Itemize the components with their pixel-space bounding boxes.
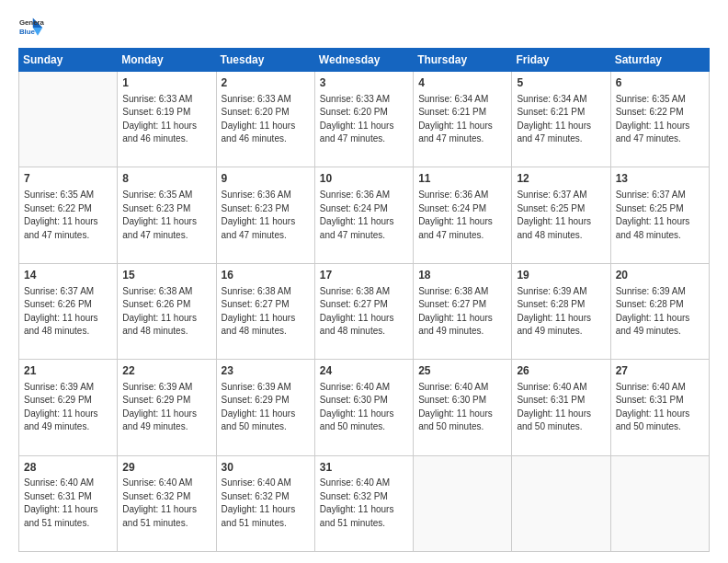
weekday-header-thursday: Thursday (414, 49, 512, 72)
day-info-line: Sunset: 6:20 PM (320, 107, 388, 117)
logo-icon: General Blue (18, 15, 44, 40)
day-info-line: Sunset: 6:27 PM (418, 299, 486, 309)
day-info-line: Daylight: 11 hours (418, 216, 493, 226)
day-info-line: Sunset: 6:21 PM (418, 107, 486, 117)
day-info-line: Daylight: 11 hours (122, 121, 197, 131)
calendar-cell: 8Sunrise: 6:35 AMSunset: 6:23 PMDaylight… (118, 167, 216, 263)
day-info-line: Sunrise: 6:39 AM (24, 382, 94, 392)
day-info-line: and 48 minutes. (320, 326, 385, 336)
calendar-cell: 19Sunrise: 6:39 AMSunset: 6:28 PMDayligh… (512, 263, 610, 359)
day-info: Sunrise: 6:38 AMSunset: 6:27 PMDaylight:… (222, 285, 310, 339)
day-number: 19 (517, 268, 605, 283)
day-info-line: Sunset: 6:31 PM (517, 395, 585, 405)
day-info-line: Sunset: 6:25 PM (517, 203, 585, 213)
calendar-cell: 12Sunrise: 6:37 AMSunset: 6:25 PMDayligh… (512, 167, 610, 263)
day-info-line: Sunrise: 6:37 AM (517, 190, 586, 200)
day-info-line: Sunrise: 6:34 AM (517, 94, 586, 104)
calendar-cell (19, 72, 118, 167)
day-number: 21 (24, 363, 112, 379)
day-info-line: Sunrise: 6:39 AM (517, 286, 586, 296)
day-info: Sunrise: 6:37 AMSunset: 6:25 PMDaylight:… (616, 189, 704, 242)
day-info: Sunrise: 6:40 AMSunset: 6:31 PMDaylight:… (616, 381, 704, 434)
day-info-line: and 50 minutes. (320, 421, 385, 431)
calendar-cell: 10Sunrise: 6:36 AMSunset: 6:24 PMDayligh… (314, 167, 413, 263)
calendar-cell: 5Sunrise: 6:34 AMSunset: 6:21 PMDaylight… (512, 72, 610, 167)
calendar-cell: 17Sunrise: 6:38 AMSunset: 6:27 PMDayligh… (314, 263, 413, 359)
day-number: 4 (418, 75, 506, 91)
day-info-line: Sunrise: 6:37 AM (24, 286, 94, 296)
day-info: Sunrise: 6:40 AMSunset: 6:31 PMDaylight:… (517, 381, 605, 434)
day-info-line: Daylight: 11 hours (24, 313, 98, 323)
calendar-cell: 29Sunrise: 6:40 AMSunset: 6:32 PMDayligh… (118, 455, 216, 551)
day-info-line: Sunrise: 6:40 AM (24, 477, 94, 488)
calendar-cell: 26Sunrise: 6:40 AMSunset: 6:31 PMDayligh… (512, 360, 610, 455)
day-number: 14 (24, 268, 112, 283)
day-info-line: Daylight: 11 hours (24, 408, 98, 419)
calendar-cell (414, 455, 512, 551)
day-info-line: Sunrise: 6:39 AM (122, 382, 192, 392)
day-info: Sunrise: 6:36 AMSunset: 6:24 PMDaylight:… (320, 189, 408, 242)
day-info-line: Sunrise: 6:35 AM (616, 94, 686, 104)
day-info-line: Daylight: 11 hours (418, 313, 493, 323)
day-info-line: and 48 minutes. (222, 326, 287, 336)
day-info: Sunrise: 6:34 AMSunset: 6:21 PMDaylight:… (517, 93, 605, 146)
calendar-cell: 21Sunrise: 6:39 AMSunset: 6:29 PMDayligh… (19, 360, 118, 455)
day-number: 9 (222, 171, 310, 187)
day-info: Sunrise: 6:35 AMSunset: 6:23 PMDaylight:… (122, 189, 210, 242)
day-number: 17 (320, 268, 408, 283)
day-number: 3 (320, 75, 408, 91)
weekday-header-friday: Friday (512, 49, 610, 72)
day-info-line: and 48 minutes. (24, 326, 89, 336)
day-info-line: Daylight: 11 hours (616, 121, 690, 131)
day-info-line: and 50 minutes. (616, 421, 681, 431)
day-info-line: and 51 minutes. (24, 518, 89, 528)
day-info-line: Daylight: 11 hours (320, 216, 394, 226)
day-info: Sunrise: 6:40 AMSunset: 6:32 PMDaylight:… (222, 477, 310, 530)
day-info: Sunrise: 6:33 AMSunset: 6:19 PMDaylight:… (122, 93, 210, 146)
day-info-line: Sunrise: 6:38 AM (122, 286, 192, 296)
weekday-header-tuesday: Tuesday (216, 49, 314, 72)
day-info-line: Sunrise: 6:36 AM (222, 190, 291, 200)
calendar-cell: 20Sunrise: 6:39 AMSunset: 6:28 PMDayligh… (610, 263, 709, 359)
calendar-cell: 28Sunrise: 6:40 AMSunset: 6:31 PMDayligh… (19, 455, 118, 551)
day-number: 5 (517, 75, 605, 91)
day-info: Sunrise: 6:38 AMSunset: 6:27 PMDaylight:… (320, 285, 408, 339)
day-info-line: Daylight: 11 hours (517, 313, 591, 323)
day-info-line: Sunrise: 6:40 AM (320, 477, 390, 488)
day-info-line: Sunset: 6:30 PM (418, 395, 486, 405)
day-number: 16 (222, 268, 310, 283)
day-info-line: Sunrise: 6:40 AM (222, 477, 291, 488)
day-info-line: and 48 minutes. (122, 326, 188, 336)
day-info-line: Sunrise: 6:40 AM (320, 382, 390, 392)
day-info-line: and 49 minutes. (122, 421, 188, 431)
day-info-line: Sunrise: 6:36 AM (320, 190, 390, 200)
day-number: 22 (122, 363, 210, 379)
day-info-line: Daylight: 11 hours (222, 216, 296, 226)
day-number: 27 (616, 363, 704, 379)
day-info-line: Daylight: 11 hours (222, 408, 296, 419)
day-number: 23 (222, 363, 310, 379)
week-row-1: 1Sunrise: 6:33 AMSunset: 6:19 PMDaylight… (19, 72, 710, 167)
weekday-header-sunday: Sunday (19, 49, 118, 72)
calendar-cell: 24Sunrise: 6:40 AMSunset: 6:30 PMDayligh… (314, 360, 413, 455)
day-info-line: Sunset: 6:21 PM (517, 107, 585, 117)
day-info: Sunrise: 6:37 AMSunset: 6:25 PMDaylight:… (517, 189, 605, 242)
day-info-line: Sunset: 6:27 PM (222, 299, 290, 309)
day-info-line: and 47 minutes. (616, 133, 681, 144)
day-info-line: Sunset: 6:30 PM (320, 395, 388, 405)
header: General Blue (18, 15, 710, 40)
calendar-cell: 27Sunrise: 6:40 AMSunset: 6:31 PMDayligh… (610, 360, 709, 455)
day-info-line: Sunrise: 6:33 AM (320, 94, 390, 104)
day-info-line: Daylight: 11 hours (222, 504, 296, 514)
day-info-line: and 47 minutes. (418, 230, 483, 240)
day-info-line: Daylight: 11 hours (418, 408, 493, 419)
day-number: 24 (320, 363, 408, 379)
day-number: 26 (517, 363, 605, 379)
day-info-line: Daylight: 11 hours (616, 313, 690, 323)
day-info-line: Daylight: 11 hours (418, 121, 493, 131)
day-number: 30 (222, 460, 310, 476)
day-info-line: Sunset: 6:24 PM (320, 203, 388, 213)
calendar-cell: 15Sunrise: 6:38 AMSunset: 6:26 PMDayligh… (118, 263, 216, 359)
day-info-line: Sunrise: 6:38 AM (222, 286, 291, 296)
day-info-line: Sunrise: 6:33 AM (222, 94, 291, 104)
